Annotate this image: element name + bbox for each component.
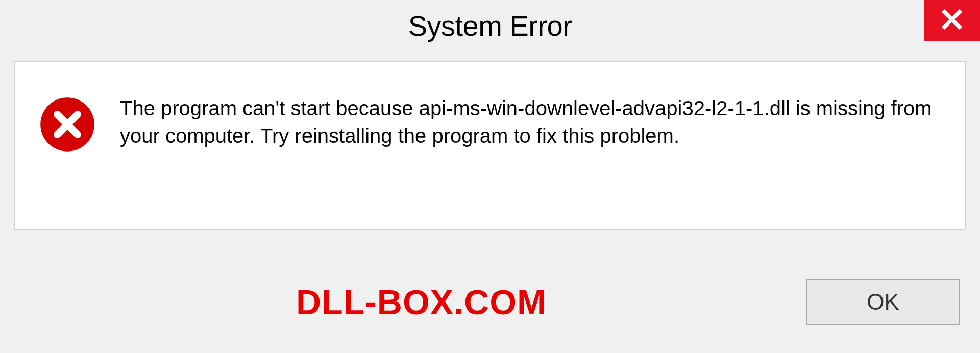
error-message: The program can't start because api-ms-w…: [120, 92, 941, 149]
content-panel: The program can't start because api-ms-w…: [14, 61, 966, 230]
error-icon: [39, 96, 95, 153]
ok-button[interactable]: OK: [806, 279, 960, 325]
titlebar: System Error: [0, 0, 980, 51]
close-icon: [941, 8, 963, 33]
close-button[interactable]: [924, 0, 980, 41]
dialog-title: System Error: [408, 9, 572, 42]
footer: DLL-BOX.COM OK: [0, 261, 980, 353]
watermark-text: DLL-BOX.COM: [296, 282, 547, 322]
